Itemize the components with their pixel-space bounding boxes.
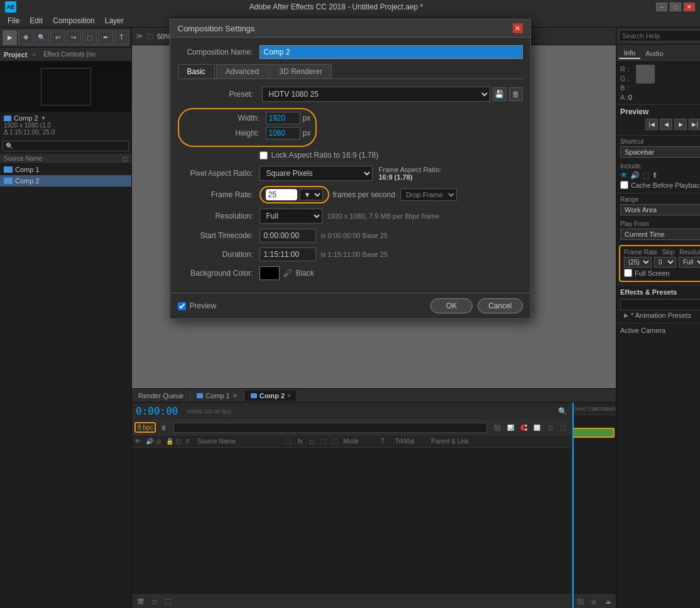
preset-row: Preset: HDTV 1080 25 💾 🗑 [178,87,523,102]
text-tool[interactable]: T [114,30,129,45]
start-tc-input[interactable] [260,229,316,242]
fr-select[interactable]: (25) [624,257,652,268]
tl-bottom-btn2[interactable]: ◻ [148,596,160,607]
bg-color-swatch[interactable] [260,266,280,280]
overflow-include-icon[interactable]: ⬚ [642,171,649,180]
restore-button[interactable]: □ [670,3,681,11]
panel-header: Project ≡ Effect Controls (no [0,48,131,62]
width-input[interactable] [266,112,300,124]
tab-audio[interactable]: Audio [640,48,668,58]
effects-search-input[interactable] [620,299,700,310]
shape-tool[interactable]: ⬚ [82,30,97,45]
close-button[interactable]: ✕ [684,3,695,11]
preset-select[interactable]: HDTV 1080 25 [262,87,490,102]
bpc-label: 8 bpc [138,424,153,431]
zoom-tool[interactable]: 🔍 [35,30,49,45]
tab-advanced[interactable]: Advanced [216,64,268,79]
video-include-icon[interactable]: 👁 [620,171,628,180]
range-label: Range [620,196,700,203]
ok-button[interactable]: OK [430,298,473,313]
range-select[interactable]: Work Area [620,204,700,215]
comp-name-input[interactable] [260,45,523,59]
bg-eyedropper-icon[interactable]: 🖋 [283,268,292,278]
tl-right-bottom-btn3[interactable]: ⛰ [602,596,613,607]
pen-tool[interactable]: ✒ [98,30,112,45]
comp2-icon [251,393,257,398]
next-frame-btn[interactable]: ▶| [689,119,700,130]
tl-trash-icon[interactable]: 🗑 [158,422,169,433]
tab-comp2[interactable]: Comp 2 ≡ [244,391,298,401]
res-select[interactable]: Full [260,209,322,224]
menu-layer[interactable]: Layer [100,15,129,26]
res-select[interactable]: Full [679,257,700,268]
menu-edit[interactable]: Edit [25,15,48,26]
tl-bottom-btn3[interactable]: ⛶ [162,596,173,607]
tl-solo-icon[interactable]: ◻ [544,422,555,433]
tl-right-bottom-btn2[interactable]: ◎ [588,596,599,607]
tab-info[interactable]: Info [619,48,640,59]
par-select[interactable]: Square Pixels [260,166,373,181]
project-title: Project [4,51,27,58]
animation-presets-label: * Animation Presets [631,312,691,319]
b-label: B : [620,84,628,92]
list-item[interactable]: Comp 2 [0,175,131,187]
tl-expand-icon[interactable]: ⬚ [557,422,569,433]
lock-aspect-checkbox[interactable] [260,151,268,160]
play-from-label: Play From [620,220,700,227]
hand-tool[interactable]: ✥ [18,30,33,45]
menu-comp2-icon[interactable]: ≡ [287,393,290,399]
preset-delete-btn[interactable]: 🗑 [509,87,523,101]
tab-comp1[interactable]: Comp 1 ✕ [190,391,244,401]
search-layers-icon[interactable]: 🔍 [558,407,567,416]
cancel-button[interactable]: Cancel [478,298,522,313]
menu-composition[interactable]: Composition [48,15,100,26]
bg-color-name: Black [296,269,314,278]
play-btn[interactable]: ▶ [674,119,687,130]
preset-save-btn[interactable]: 💾 [493,87,506,101]
tab-3d-renderer[interactable]: 3D Renderer [270,64,332,79]
minimize-button[interactable]: ─ [656,3,667,11]
tl-bottom-btn1[interactable]: 🎬 [134,596,146,607]
fullscreen-checkbox[interactable] [624,269,632,277]
tl-right-bottom-btn1[interactable]: ⬛ [574,596,586,607]
g-label: G : [620,75,630,82]
height-input[interactable] [266,127,300,139]
preview-checkbox[interactable] [178,302,186,310]
undo-tool[interactable]: ↩ [50,30,65,45]
play-from-select[interactable]: Current Time [620,229,700,240]
cache-checkbox-row: Cache Before Playback [620,180,700,190]
share-include-icon[interactable]: ⬆ [652,171,658,180]
timeline-left: 0:00:00 00000 (25.00 fps) 🔍 8 bpc 🗑 [132,403,572,608]
skip-select[interactable]: 0 [654,257,676,268]
select-tool[interactable]: ▶ [3,30,17,45]
shortcut-select[interactable]: Spacebar [620,146,700,158]
framerate-row: Frame Rate: ▼ frames per second Drop Fra… [178,186,523,204]
fr-input[interactable] [266,189,297,200]
first-frame-btn[interactable]: |◀ [645,119,658,130]
menu-file[interactable]: File [3,15,25,26]
fr-dropdown[interactable]: ▼ [300,189,323,200]
mode-col: Mode [343,438,381,445]
prev-frame-btn[interactable]: ◀ [660,119,672,130]
tl-snap-icon[interactable]: 🧲 [518,422,529,433]
preview-header: Preview ≡ [620,107,700,116]
tab-render-queue[interactable]: Render Queue [132,391,190,401]
animation-presets-item[interactable]: ▶ * Animation Presets [620,310,700,320]
expand-icon: ≫ [136,32,143,40]
tl-blend-icon[interactable]: ⬜ [531,422,542,433]
fullscreen-row: Full Screen [624,268,700,278]
audio-include-icon[interactable]: 🔊 [630,171,640,180]
dialog-close-button[interactable]: ✕ [513,23,523,33]
tl-timecode[interactable]: 0:00:00 [136,405,178,417]
search-help-input[interactable] [619,30,700,41]
bpc-badge[interactable]: 8 bpc [134,422,156,433]
tab-basic[interactable]: Basic [178,64,215,79]
redo-tool[interactable]: ↪ [67,30,81,45]
drop-frame-select[interactable]: Drop Frame [400,188,457,201]
list-item[interactable]: Comp 1 [0,164,131,175]
tl-graph-icon[interactable]: 📊 [505,422,516,433]
duration-input[interactable] [260,247,316,261]
tl-keyframe-icon[interactable]: ⬛ [491,422,503,433]
close-comp1-icon[interactable]: ✕ [232,393,238,399]
cache-checkbox[interactable] [620,181,628,189]
